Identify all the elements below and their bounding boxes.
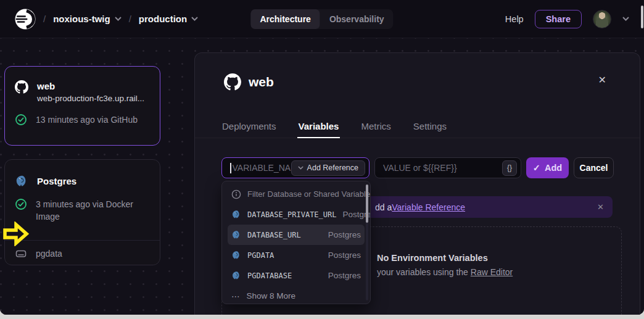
chevron-down-icon (191, 17, 198, 21)
raw-editor-link[interactable]: Raw Editor (471, 267, 513, 277)
show-more-label: Show 8 More (247, 291, 296, 300)
deploy-status: 3 minutes ago via Docker Image (36, 198, 141, 223)
variable-value-input[interactable]: VALUE or ${{REF}} {} (374, 157, 521, 178)
service-name: web (37, 80, 144, 93)
dropdown-filter-hint: Filter Database or Shared Variables (228, 184, 365, 204)
github-icon (224, 73, 241, 91)
empty-state-title: No Environment Variables (377, 253, 488, 263)
braces-editor-button[interactable]: {} (502, 160, 517, 176)
panel-header: web ✕ (224, 73, 615, 91)
view-switcher: Architecture Observability (250, 9, 393, 29)
tab-variables[interactable]: Variables (297, 115, 341, 138)
variable-name: DATABASE_PRIVATE_URL (247, 210, 337, 219)
dropdown-item-database-url[interactable]: DATABASE_URL Postgres (228, 225, 365, 245)
postgres-icon (231, 230, 241, 240)
dropdown-item-pgdata[interactable]: PGDATA Postgres (228, 245, 365, 265)
breadcrumb-environment[interactable]: production (139, 14, 198, 24)
topbar-right-group: Help Share (505, 10, 629, 28)
variable-value-placeholder: VALUE or ${{REF}} (383, 163, 457, 173)
dropdown-show-more[interactable]: ⋯ Show 8 More (228, 286, 365, 304)
project-canvas[interactable]: web web-production-fc3e.up.rail... 13 mi… (0, 38, 644, 315)
postgres-icon (231, 271, 241, 281)
variable-name-input[interactable]: VARIABLE_NAME Add Reference (221, 157, 369, 178)
tab-observability[interactable]: Observability (320, 9, 394, 29)
avatar[interactable] (593, 10, 611, 28)
banner-close-icon[interactable]: ✕ (597, 202, 604, 212)
volume-icon (15, 247, 27, 260)
variable-source: Postgres (328, 251, 361, 260)
variable-name: DATABASE_URL (247, 231, 301, 239)
postgres-icon (231, 251, 241, 260)
service-card-web[interactable]: web web-production-fc3e.up.rail... 13 mi… (4, 66, 160, 146)
variable-reference-link[interactable]: Variable Reference (392, 202, 465, 212)
service-domain[interactable]: web-production-fc3e.up.rail... (37, 94, 144, 103)
variable-name-placeholder: VARIABLE_NAME (233, 163, 291, 173)
help-button[interactable]: Help (505, 14, 524, 24)
service-name: Postgres (37, 175, 76, 188)
volume-row[interactable]: pgdata (15, 247, 152, 260)
postgres-icon (15, 175, 28, 188)
close-panel-button[interactable]: ✕ (598, 74, 606, 86)
tab-metrics[interactable]: Metrics (360, 115, 392, 138)
top-navigation-bar: / noxious-twig / production Architecture… (0, 0, 644, 38)
web-card-text: web web-production-fc3e.up.rail... (37, 80, 144, 103)
service-card-postgres[interactable]: Postgres 3 minutes ago via Docker Image … (4, 159, 160, 265)
variable-reference-dropdown: Filter Database or Shared Variables DATA… (221, 181, 371, 304)
add-reference-button[interactable]: Add Reference (291, 160, 365, 176)
check-circle-icon (15, 198, 27, 210)
variable-source: Postgres (328, 271, 361, 280)
cancel-button[interactable]: Cancel (574, 157, 614, 178)
railway-logo-icon[interactable] (15, 9, 36, 30)
chevron-down-icon (115, 17, 122, 21)
page-scrollbar-thumb[interactable] (641, 6, 643, 28)
info-icon (231, 189, 241, 199)
add-variable-button[interactable]: ✓ Add (526, 157, 569, 178)
check-icon: ✓ (533, 163, 540, 173)
tab-settings[interactable]: Settings (412, 115, 448, 138)
empty-state-subtitle-text: your variables using the (377, 267, 471, 277)
variable-name: PGDATABASE (247, 271, 292, 280)
filter-hint-label: Filter Database or Shared Variables (247, 189, 371, 199)
tab-architecture[interactable]: Architecture (250, 9, 320, 29)
volume-name: pgdata (36, 247, 62, 260)
dropdown-item-pgdatabase[interactable]: PGDATABASE Postgres (228, 265, 365, 286)
share-button[interactable]: Share (535, 10, 582, 28)
breadcrumb-environment-label: production (139, 14, 187, 24)
chevron-down-icon (298, 166, 303, 170)
breadcrumb-project[interactable]: noxious-twig (53, 14, 122, 24)
app-window: / noxious-twig / production Architecture… (0, 0, 644, 315)
tab-deployments[interactable]: Deployments (221, 115, 278, 138)
check-circle-icon (15, 114, 27, 126)
dropdown-scrollbar-thumb[interactable] (366, 184, 368, 223)
add-reference-label: Add Reference (307, 164, 358, 172)
deploy-status: 13 minutes ago via GitHub (36, 114, 138, 126)
panel-tabs: Deployments Variables Metrics Settings (195, 115, 640, 138)
variable-name: PGDATA (247, 251, 274, 260)
panel-title: web (249, 75, 274, 89)
text-caret (230, 163, 231, 173)
postgres-icon (231, 210, 241, 220)
empty-state-subtitle: your variables using the Raw Editor (377, 267, 513, 277)
service-detail-panel: web ✕ Deployments Variables Metrics Sett… (194, 52, 640, 315)
annotation-arrow-icon (1, 222, 30, 246)
ellipsis-icon: ⋯ (231, 291, 241, 301)
breadcrumb-project-label: noxious-twig (53, 14, 110, 24)
chevron-down-icon[interactable] (622, 17, 629, 21)
breadcrumb-separator: / (43, 14, 46, 24)
variable-source: Postgres (328, 230, 361, 239)
banner-text: dd a (375, 202, 392, 212)
add-variable-form: VARIABLE_NAME Add Reference VALUE or ${{… (221, 157, 614, 178)
breadcrumb-separator: / (129, 14, 131, 24)
github-icon (15, 80, 28, 94)
add-button-label: Add (545, 163, 562, 173)
dropdown-item-database-private-url[interactable]: DATABASE_PRIVATE_URL Postgres (228, 204, 365, 225)
